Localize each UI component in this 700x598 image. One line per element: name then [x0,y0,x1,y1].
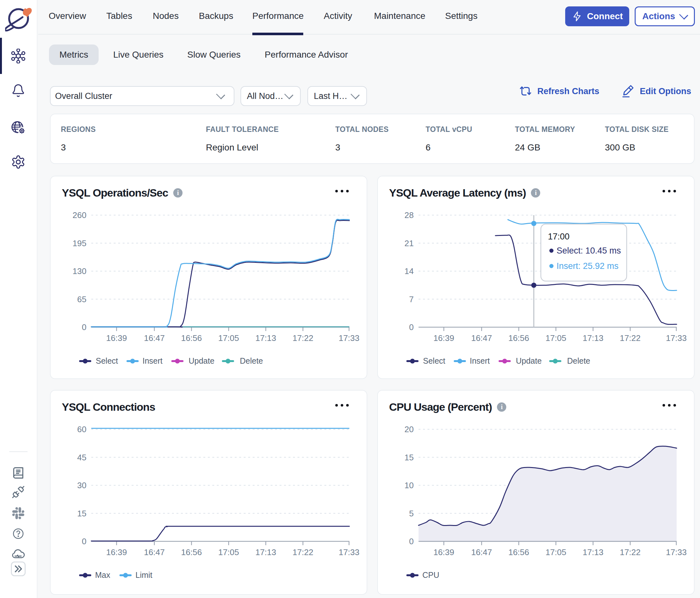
svg-text:Select: Select [423,356,445,365]
svg-text:45: 45 [77,453,86,462]
svg-text:16:56: 16:56 [508,547,529,557]
svg-text:14: 14 [404,266,414,276]
svg-text:60: 60 [77,424,86,434]
svg-text:30: 30 [77,480,86,490]
svg-text:Delete: Delete [240,356,263,365]
svg-text:17:33: 17:33 [339,547,359,557]
svg-text:Max: Max [95,570,110,579]
svg-text:16:39: 16:39 [106,547,127,557]
svg-text:16:56: 16:56 [508,333,529,343]
svg-text:0: 0 [82,322,86,332]
svg-text:130: 130 [73,266,86,276]
svg-text:20: 20 [404,424,414,434]
svg-text:17:05: 17:05 [218,547,239,557]
svg-text:Insert: 25.92 ms: Insert: 25.92 ms [556,261,619,271]
svg-text:Select: 10.45 ms: Select: 10.45 ms [556,246,621,256]
svg-text:CPU: CPU [422,570,439,579]
svg-text:21: 21 [404,238,414,248]
svg-text:16:39: 16:39 [433,547,454,557]
svg-text:17:33: 17:33 [339,333,359,343]
svg-text:7: 7 [409,294,414,304]
svg-text:17:22: 17:22 [620,547,641,557]
svg-text:17:05: 17:05 [545,547,566,557]
svg-text:16:56: 16:56 [181,333,202,343]
svg-text:17:13: 17:13 [255,333,276,343]
svg-text:195: 195 [73,238,86,248]
svg-text:10: 10 [404,480,414,490]
svg-text:17:22: 17:22 [620,333,641,343]
svg-text:16:47: 16:47 [471,333,492,343]
svg-text:28: 28 [404,210,414,220]
svg-text:16:39: 16:39 [106,333,127,343]
svg-text:Insert: Insert [470,356,490,365]
svg-text:0: 0 [409,322,414,332]
svg-text:17:13: 17:13 [582,547,603,557]
svg-text:17:22: 17:22 [292,547,313,557]
svg-text:17:13: 17:13 [582,333,603,343]
svg-text:17:05: 17:05 [545,333,566,343]
svg-text:16:56: 16:56 [181,547,202,557]
svg-text:16:39: 16:39 [433,333,454,343]
svg-text:16:47: 16:47 [144,333,165,343]
svg-text:16:47: 16:47 [471,547,492,557]
svg-text:17:13: 17:13 [255,547,276,557]
svg-text:260: 260 [73,210,86,220]
svg-text:Update: Update [516,356,542,365]
svg-text:15: 15 [404,453,414,462]
svg-text:17:33: 17:33 [666,333,686,343]
svg-text:17:33: 17:33 [666,547,686,557]
svg-text:Delete: Delete [567,356,590,365]
svg-text:17:00: 17:00 [548,232,570,241]
svg-text:0: 0 [82,537,86,546]
svg-text:Limit: Limit [135,570,152,579]
svg-text:Insert: Insert [143,356,163,365]
svg-text:0: 0 [409,537,414,546]
svg-text:5: 5 [409,509,414,518]
svg-text:15: 15 [77,509,86,518]
svg-text:Select: Select [96,356,118,365]
svg-text:16:47: 16:47 [144,547,165,557]
svg-text:17:05: 17:05 [218,333,239,343]
svg-text:65: 65 [77,294,86,304]
svg-text:Update: Update [189,356,215,365]
svg-text:17:22: 17:22 [292,333,313,343]
